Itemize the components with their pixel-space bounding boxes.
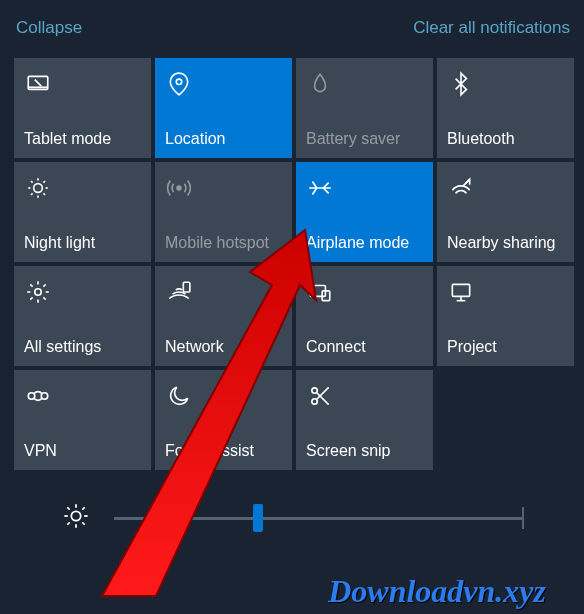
airplane-icon <box>306 174 334 202</box>
tile-project[interactable]: Project <box>437 266 574 366</box>
bluetooth-icon <box>447 70 475 98</box>
project-icon <box>447 278 475 306</box>
tile-connect[interactable]: Connect <box>296 266 433 366</box>
tile-airplane-mode[interactable]: Airplane mode <box>296 162 433 262</box>
svg-line-10 <box>31 193 33 195</box>
brightness-row <box>0 502 584 534</box>
svg-point-14 <box>35 289 42 296</box>
tile-network[interactable]: Network <box>155 266 292 366</box>
tile-label: Connect <box>306 338 423 356</box>
svg-rect-15 <box>183 282 190 292</box>
watermark: Downloadvn.xyz <box>328 573 546 610</box>
tile-bluetooth[interactable]: Bluetooth <box>437 58 574 158</box>
tile-label: Bluetooth <box>447 130 564 148</box>
tile-screen-snip[interactable]: Screen snip <box>296 370 433 470</box>
connect-icon <box>306 278 334 306</box>
screen-snip-icon <box>306 382 334 410</box>
tile-label: Network <box>165 338 282 356</box>
brightness-slider[interactable] <box>114 517 524 520</box>
nearby-sharing-icon <box>447 174 475 202</box>
svg-line-34 <box>67 522 69 524</box>
svg-line-32 <box>67 507 69 509</box>
tile-label: Location <box>165 130 282 148</box>
tile-mobile-hotspot[interactable]: Mobile hotspot <box>155 162 292 262</box>
location-icon <box>165 70 193 98</box>
svg-line-35 <box>82 507 84 509</box>
svg-point-12 <box>177 186 181 190</box>
tile-nearby-sharing[interactable]: Nearby sharing <box>437 162 574 262</box>
tile-label: Airplane mode <box>306 234 423 252</box>
tile-focus-assist[interactable]: Focus assist <box>155 370 292 470</box>
svg-line-8 <box>31 181 33 183</box>
collapse-link[interactable]: Collapse <box>16 18 82 38</box>
svg-point-3 <box>34 184 43 193</box>
svg-line-9 <box>43 193 45 195</box>
tile-label: Night light <box>24 234 141 252</box>
tile-location[interactable]: Location <box>155 58 292 158</box>
tile-battery-saver[interactable]: Battery saver <box>296 58 433 158</box>
tablet-icon <box>24 70 52 98</box>
svg-point-2 <box>176 79 181 84</box>
quick-action-tiles: Tablet modeLocationBattery saverBluetoot… <box>0 58 584 470</box>
tile-label: Battery saver <box>306 130 423 148</box>
focus-assist-icon <box>165 382 193 410</box>
tile-label: Screen snip <box>306 442 423 460</box>
tile-label: Nearby sharing <box>447 234 564 252</box>
brightness-icon <box>62 502 90 534</box>
svg-point-24 <box>312 388 317 393</box>
tile-label: Tablet mode <box>24 130 141 148</box>
tile-label: Focus assist <box>165 442 282 460</box>
svg-rect-18 <box>452 284 469 296</box>
brightness-slider-endcap <box>522 507 524 529</box>
battery-saver-icon <box>306 70 334 98</box>
clear-notifications-link[interactable]: Clear all notifications <box>413 18 570 38</box>
brightness-slider-thumb[interactable] <box>253 504 263 532</box>
svg-line-13 <box>463 179 470 186</box>
svg-point-23 <box>312 399 317 404</box>
tile-night-light[interactable]: Night light <box>14 162 151 262</box>
tile-vpn[interactable]: VPN <box>14 370 151 470</box>
svg-line-11 <box>43 181 45 183</box>
svg-point-27 <box>71 511 80 520</box>
settings-icon <box>24 278 52 306</box>
network-icon <box>165 278 193 306</box>
svg-line-26 <box>317 387 329 399</box>
tile-label: Mobile hotspot <box>165 234 282 252</box>
tile-label: Project <box>447 338 564 356</box>
hotspot-icon <box>165 174 193 202</box>
vpn-icon <box>24 382 52 410</box>
tile-tablet-mode[interactable]: Tablet mode <box>14 58 151 158</box>
svg-line-25 <box>317 393 329 405</box>
tile-label: VPN <box>24 442 141 460</box>
tile-label: All settings <box>24 338 141 356</box>
night-light-icon <box>24 174 52 202</box>
svg-line-33 <box>82 522 84 524</box>
tile-all-settings[interactable]: All settings <box>14 266 151 366</box>
